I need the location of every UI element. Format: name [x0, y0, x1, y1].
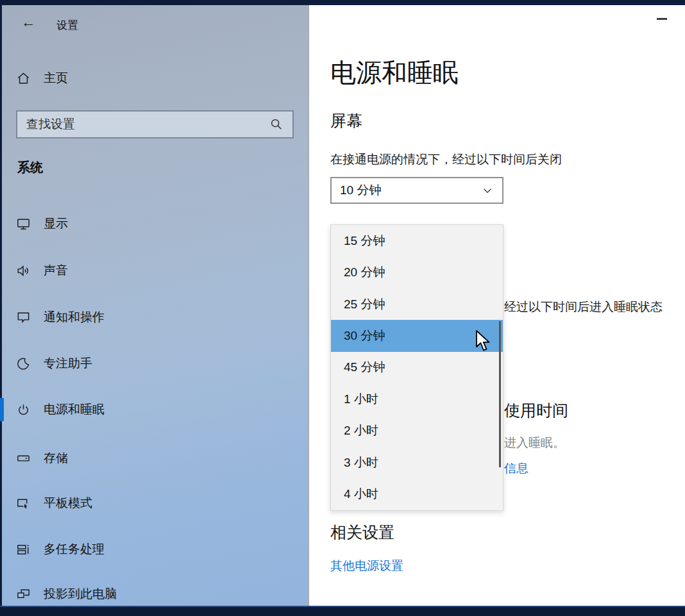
sound-icon — [16, 263, 31, 278]
window-frame-bottom — [0, 606, 685, 616]
sidebar-item-label: 存储 — [44, 450, 68, 467]
main-content: 电源和睡眠 屏幕 在接通电源的情况下，经过以下时间后关闭 10 分钟 经过以下时… — [309, 5, 685, 606]
page-title: 电源和睡眠 — [330, 55, 459, 90]
additional-power-settings-link[interactable]: 其他电源设置 — [330, 558, 403, 574]
selected-item-accent-bar — [0, 398, 4, 421]
screen-timeout-label: 在接通电源的情况下，经过以下时间后关闭 — [330, 151, 562, 168]
dropdown-option[interactable]: 2 小时 — [331, 415, 503, 447]
minimize-button[interactable] — [645, 8, 679, 29]
sidebar-item-label: 电源和睡眠 — [44, 401, 105, 418]
home-icon — [16, 71, 31, 86]
search-placeholder: 查找设置 — [26, 116, 269, 133]
dropdown-option[interactable]: 4 小时 — [331, 479, 503, 510]
focus-assist-icon — [16, 356, 31, 371]
sidebar-item-notifications[interactable]: 通知和操作 — [2, 303, 306, 331]
mouse-cursor — [475, 329, 494, 353]
sidebar-item-projecting[interactable]: 投影到此电脑 — [2, 580, 306, 608]
sidebar-item-label: 主页 — [44, 70, 68, 87]
dropdown-option[interactable]: 45 分钟 — [331, 352, 503, 383]
window-title: 设置 — [56, 18, 78, 33]
dropdown-option[interactable]: 20 分钟 — [331, 256, 503, 288]
sidebar-item-focus-assist[interactable]: 专注助手 — [2, 349, 306, 378]
sidebar-item-display[interactable]: 显示 — [2, 210, 306, 238]
timeout-dropdown-list: 15 分钟 20 分钟 25 分钟 30 分钟 45 分钟 1 小时 2 小时 … — [330, 224, 503, 511]
sidebar-item-label: 多任务处理 — [44, 541, 105, 558]
sidebar-item-storage[interactable]: 存储 — [2, 444, 306, 472]
search-input[interactable]: 查找设置 — [16, 110, 294, 138]
sidebar-item-sound[interactable]: 声音 — [2, 256, 306, 285]
sidebar-item-label: 声音 — [44, 262, 68, 279]
sidebar-item-label: 显示 — [44, 215, 68, 232]
sidebar-item-label: 投影到此电脑 — [44, 586, 117, 603]
screen-section-heading: 屏幕 — [330, 110, 362, 131]
screen-timeout-select[interactable]: 10 分钟 — [330, 177, 503, 204]
sidebar-item-label: 通知和操作 — [44, 309, 105, 326]
battery-text-fragment: 进入睡眠。 — [504, 435, 565, 451]
sleep-timeout-label-fragment: 经过以下时间后进入睡眠状态 — [504, 299, 663, 315]
sidebar-item-multitasking[interactable]: 多任务处理 — [2, 535, 306, 563]
display-icon — [16, 217, 31, 231]
related-settings-heading: 相关设置 — [330, 522, 394, 543]
combo-selected-value: 10 分钟 — [340, 182, 480, 199]
minimize-icon — [657, 18, 667, 20]
multitasking-icon — [16, 542, 31, 557]
battery-section-heading-fragment: 使用时间 — [504, 400, 568, 421]
power-icon — [16, 403, 31, 417]
dropdown-option[interactable]: 15 分钟 — [331, 225, 503, 256]
sidebar-item-label: 平板模式 — [44, 495, 92, 512]
search-icon — [269, 117, 283, 131]
storage-icon — [16, 451, 31, 466]
tablet-mode-icon — [16, 496, 31, 511]
sidebar-item-home[interactable]: 主页 — [2, 64, 306, 92]
dropdown-option[interactable]: 3 小时 — [331, 447, 503, 478]
sidebar: ← 设置 主页 查找设置 系统 显示 声音 — [2, 5, 308, 606]
sidebar-section-system: 系统 — [17, 159, 43, 176]
dropdown-option[interactable]: 25 分钟 — [331, 288, 503, 320]
dropdown-option[interactable]: 1 小时 — [331, 383, 503, 415]
project-icon — [16, 587, 31, 602]
sidebar-item-power-sleep[interactable]: 电源和睡眠 — [2, 395, 306, 424]
sidebar-item-tablet-mode[interactable]: 平板模式 — [2, 489, 306, 517]
back-button[interactable]: ← — [15, 11, 41, 33]
notifications-icon — [16, 310, 31, 325]
battery-info-link-fragment[interactable]: 信息 — [504, 460, 529, 477]
sidebar-item-label: 专注助手 — [44, 355, 92, 372]
chevron-down-icon — [480, 183, 495, 197]
dropdown-scrollbar[interactable] — [499, 321, 501, 467]
settings-window: ← 设置 主页 查找设置 系统 显示 声音 — [0, 0, 685, 616]
